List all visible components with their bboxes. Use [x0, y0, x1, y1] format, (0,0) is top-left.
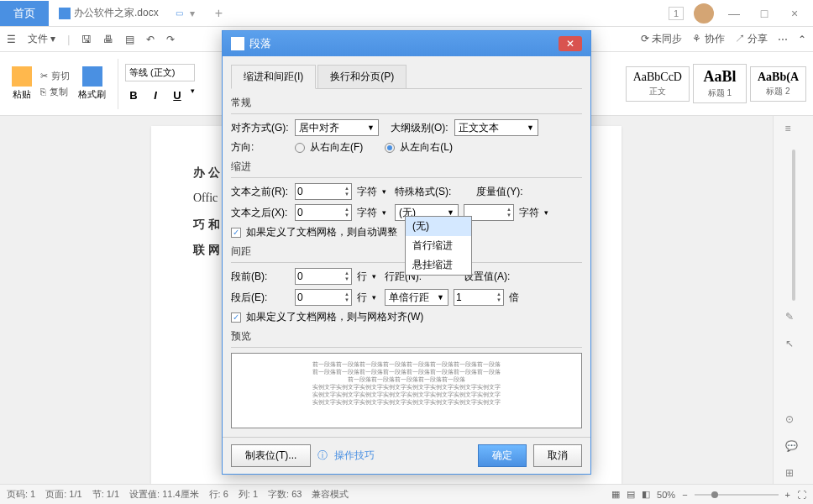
- view-icon3[interactable]: ◧: [642, 489, 650, 500]
- status-setval[interactable]: 设置值: 11.4厘米: [129, 488, 199, 501]
- more-icon[interactable]: ⋯: [778, 34, 788, 45]
- align-combo[interactable]: 居中对齐▼: [295, 119, 379, 136]
- view-icon2[interactable]: ▤: [627, 489, 635, 500]
- italic-button[interactable]: I: [147, 87, 164, 103]
- dropdown-item-hanging[interactable]: 悬挂缩进: [406, 255, 471, 275]
- dropdown-item-firstline[interactable]: 首行缩进: [406, 236, 471, 255]
- rtl-label: 从右向左(F): [310, 140, 363, 155]
- share-button[interactable]: ↗ 分享: [735, 32, 768, 46]
- tab-home[interactable]: 首页: [0, 1, 49, 26]
- auto-adjust-label: 如果定义了文档网格，则自动调整: [246, 225, 397, 239]
- title-badge[interactable]: 1: [669, 7, 684, 20]
- zoom-value[interactable]: 50%: [657, 490, 675, 500]
- close-button[interactable]: ×: [784, 7, 805, 20]
- dialog-close-button[interactable]: ✕: [559, 36, 582, 51]
- minimize-button[interactable]: —: [724, 7, 744, 20]
- measure-label: 度量值(Y):: [476, 185, 522, 199]
- status-compat[interactable]: 兼容模式: [312, 488, 349, 501]
- zoom-slider[interactable]: [695, 494, 779, 496]
- section-indent: 缩进: [231, 160, 582, 174]
- tab-indent-spacing[interactable]: 缩进和间距(I): [231, 65, 316, 89]
- presentation-icon[interactable]: ▭: [176, 8, 183, 18]
- format-painter[interactable]: 格式刷: [73, 66, 111, 101]
- dialog-icon: [231, 37, 244, 50]
- dialog-titlebar[interactable]: 段落 ✕: [223, 31, 590, 56]
- style-heading2[interactable]: AaBb(A 标题 2: [750, 66, 806, 102]
- save-icon[interactable]: 🖫: [81, 34, 92, 45]
- before-text-spinner[interactable]: 0▲▼: [295, 183, 352, 200]
- preview-box: 前一段落前一段落前一段落前一段落前一段落前一段落前一段落前一段落 前一段落前一段…: [231, 353, 582, 428]
- fullscreen-icon[interactable]: ⛶: [797, 490, 806, 500]
- avatar[interactable]: [694, 3, 714, 24]
- dropdown-item-none[interactable]: (无): [406, 217, 471, 236]
- rtl-radio[interactable]: [295, 143, 305, 153]
- outline-combo[interactable]: 正文文本▼: [454, 119, 538, 136]
- zoom-in[interactable]: +: [785, 490, 790, 500]
- set-value-spinner[interactable]: 1▲▼: [454, 289, 504, 306]
- line-spacing-combo[interactable]: 单倍行距▼: [385, 289, 448, 306]
- tabstop-button[interactable]: 制表位(T)...: [231, 444, 311, 467]
- char-unit: 字符: [357, 206, 377, 220]
- cancel-button[interactable]: 取消: [533, 444, 582, 467]
- status-section[interactable]: 节: 1/1: [92, 488, 119, 501]
- undo-icon[interactable]: ↶: [146, 34, 155, 45]
- rail-menu-icon[interactable]: ≡: [785, 123, 802, 139]
- after-text-label: 文本之后(X):: [231, 206, 290, 220]
- status-page[interactable]: 页面: 1/1: [45, 488, 81, 501]
- edit-icon[interactable]: ✎: [785, 311, 802, 328]
- before-text-label: 文本之前(R):: [231, 185, 290, 199]
- space-after-label: 段后(E):: [231, 291, 290, 305]
- collab-button[interactable]: ⚘ 协作: [692, 32, 724, 46]
- format-painter-label: 格式刷: [78, 88, 106, 101]
- tips-link[interactable]: 操作技巧: [334, 449, 375, 463]
- tips-icon: ⓘ: [317, 449, 328, 463]
- view-icon[interactable]: ▦: [611, 489, 620, 500]
- auto-adjust-check[interactable]: ✓: [231, 228, 241, 238]
- sync-status[interactable]: ⟳ 未同步: [641, 32, 682, 46]
- underline-button[interactable]: U: [169, 87, 186, 103]
- status-row[interactable]: 行: 6: [209, 488, 228, 501]
- expand-icon[interactable]: ⌃: [798, 34, 806, 45]
- redo-icon[interactable]: ↷: [166, 34, 175, 45]
- ok-button[interactable]: 确定: [478, 444, 527, 467]
- doc-icon: [59, 8, 71, 19]
- tab-document[interactable]: 办公软件之家.docx ▭ ▾: [49, 6, 205, 20]
- font-select[interactable]: 等线 (正文): [125, 64, 195, 81]
- copy-button[interactable]: ⎘ 复制: [40, 86, 70, 98]
- style-heading1[interactable]: AaBl 标题 1: [693, 64, 747, 103]
- after-text-spinner[interactable]: 0▲▼: [295, 204, 352, 221]
- tab-menu-icon[interactable]: ▾: [190, 8, 195, 19]
- tool-icon[interactable]: ⊞: [785, 467, 802, 484]
- cut-button[interactable]: ✂ 剪切: [40, 70, 70, 82]
- ltr-radio[interactable]: [385, 143, 395, 153]
- paste-label: 粘贴: [13, 88, 31, 101]
- print-icon[interactable]: 🖶: [103, 34, 113, 45]
- paste-icon: [12, 66, 32, 87]
- preview-icon[interactable]: ▤: [125, 34, 134, 45]
- underline-dropdown-icon[interactable]: ▾: [191, 87, 195, 103]
- scrollbar[interactable]: [792, 150, 795, 301]
- space-after-spinner[interactable]: 0▲▼: [295, 289, 352, 306]
- times-unit: 倍: [509, 291, 519, 305]
- menu-hamburger-icon[interactable]: ☰: [7, 34, 16, 45]
- status-chars[interactable]: 字数: 63: [268, 488, 302, 501]
- menu-file[interactable]: 文件 ▾: [28, 32, 55, 46]
- chat-icon[interactable]: 💬: [785, 440, 802, 457]
- grid-align-label: 如果定义了文档网格，则与网格对齐(W): [246, 310, 423, 324]
- space-before-spinner[interactable]: 0▲▼: [295, 268, 352, 285]
- style-normal[interactable]: AaBbCcD 正文: [626, 66, 690, 102]
- status-col[interactable]: 列: 1: [239, 488, 258, 501]
- statusbar: 页码: 1 页面: 1/1 节: 1/1 设置值: 11.4厘米 行: 6 列:…: [0, 484, 813, 504]
- tab-line-page[interactable]: 换行和分页(P): [317, 65, 406, 89]
- grid-align-check[interactable]: ✓: [231, 312, 241, 323]
- maximize-button[interactable]: □: [754, 7, 774, 20]
- settings-icon[interactable]: ⊙: [785, 413, 802, 430]
- zoom-out[interactable]: −: [682, 490, 687, 500]
- paste-group[interactable]: 粘贴: [7, 66, 37, 101]
- line-unit: 行: [357, 291, 367, 305]
- bold-button[interactable]: B: [125, 87, 142, 103]
- cursor-icon[interactable]: ↖: [785, 338, 802, 354]
- status-page-num[interactable]: 页码: 1: [7, 488, 35, 501]
- align-label: 对齐方式(G):: [231, 121, 290, 135]
- tab-add[interactable]: +: [205, 6, 233, 21]
